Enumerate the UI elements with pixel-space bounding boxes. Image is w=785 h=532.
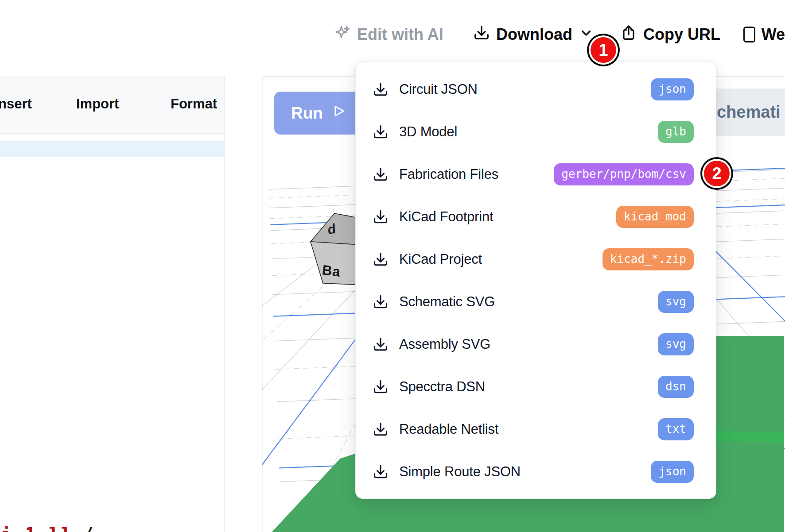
download-icon	[373, 379, 389, 395]
format-badge: svg	[658, 333, 694, 355]
share-icon	[620, 24, 637, 45]
download-icon	[473, 24, 490, 45]
copy-url-label: Copy URL	[643, 25, 720, 44]
edit-with-ai-label: Edit with AI	[357, 25, 443, 44]
format-badge: svg	[658, 291, 694, 313]
annotation-1-label: 1	[598, 41, 608, 60]
menubar-item-format[interactable]: Format	[171, 76, 217, 132]
annotation-circle-1: 1	[591, 37, 616, 63]
tab-schematic[interactable]: chemati	[711, 89, 785, 136]
format-badge: json	[651, 78, 694, 100]
chevron-down-icon	[579, 25, 594, 44]
download-label: Download	[496, 25, 572, 44]
format-badge: glb	[658, 121, 694, 143]
menu-item-simple-route-json[interactable]: Simple Route JSON json	[356, 451, 716, 493]
download-icon	[373, 81, 389, 97]
code-token-red: i 1 ll	[1, 524, 73, 532]
menu-item-label: Schematic SVG	[399, 294, 495, 310]
webview-label: We	[762, 25, 785, 44]
format-badge: kicad_mod	[616, 206, 694, 228]
menu-item-label: Assembly SVG	[399, 336, 490, 352]
app-root: Edit with AI Download Copy URL We nsert …	[0, 0, 785, 532]
menu-item-readable-netlist[interactable]: Readable Netlist txt	[356, 408, 716, 451]
menu-item-label: Specctra DSN	[399, 379, 485, 395]
menu-item-kicad-project[interactable]: KiCad Project kicad_*.zip	[356, 238, 716, 281]
format-badge: gerber/pnp/bom/csv	[554, 163, 694, 185]
format-badge: kicad_*.zip	[602, 248, 694, 270]
menu-item-kicad-footprint[interactable]: KiCad Footprint kicad_mod	[356, 196, 716, 238]
menu-item-label: KiCad Footprint	[399, 209, 493, 225]
menubar-item-insert[interactable]: nsert	[0, 76, 32, 132]
menu-item-label: Circuit JSON	[399, 81, 478, 97]
download-icon	[373, 124, 389, 140]
webview-toggle[interactable]: We	[743, 21, 785, 48]
menu-item-specctra-dsn[interactable]: Specctra DSN dsn	[356, 366, 716, 408]
download-icon	[373, 166, 389, 182]
menu-item-assembly-svg[interactable]: Assembly SVG svg	[356, 323, 716, 366]
editor-highlight-line	[0, 141, 224, 157]
pcb-board-edge-band	[715, 431, 784, 443]
run-button[interactable]: Run	[274, 92, 363, 135]
download-icon	[373, 336, 389, 352]
play-icon	[331, 104, 346, 123]
download-icon	[373, 421, 389, 437]
webview-checkbox[interactable]	[743, 27, 755, 42]
gizmo-front-label: Ba	[321, 262, 342, 280]
edit-with-ai-button[interactable]: Edit with AI	[333, 21, 443, 48]
download-icon	[373, 294, 389, 310]
format-badge: json	[651, 461, 694, 483]
menu-item-label: Readable Netlist	[399, 421, 498, 437]
menu-item-label: Simple Route JSON	[399, 464, 521, 480]
menu-item-fabrication-files[interactable]: Fabrication Files gerber/pnp/bom/csv	[356, 153, 716, 196]
menubar-item-import[interactable]: Import	[76, 76, 119, 132]
menu-item-label: Fabrication Files	[399, 166, 498, 182]
menu-item-circuit-json[interactable]: Circuit JSON json	[356, 68, 716, 111]
editor-menubar: nsert Import Format	[0, 76, 224, 134]
download-icon	[373, 251, 389, 267]
annotation-circle-2: 2	[704, 161, 730, 186]
sparkle-icon	[333, 24, 351, 46]
menu-item-schematic-svg[interactable]: Schematic SVG svg	[356, 281, 716, 323]
menu-item-label: 3D Model	[399, 124, 457, 140]
tab-schematic-label: chemati	[717, 103, 781, 122]
editor-code-fragment: i 1 ll/	[1, 524, 95, 532]
download-button[interactable]: Download	[473, 21, 594, 48]
code-token-slash: /	[83, 524, 95, 532]
download-icon	[373, 209, 389, 225]
copy-url-button[interactable]: Copy URL	[620, 21, 720, 48]
run-label: Run	[291, 104, 323, 123]
menu-item-3d-model[interactable]: 3D Model glb	[356, 111, 716, 153]
format-badge: txt	[658, 418, 694, 440]
download-icon	[373, 464, 389, 480]
code-editor[interactable]: i 1 ll/	[0, 134, 224, 532]
download-menu: Circuit JSON json 3D Model glb Fabricati…	[355, 62, 716, 499]
menu-item-label: KiCad Project	[399, 251, 482, 267]
format-badge: dsn	[658, 376, 694, 398]
annotation-2-label: 2	[712, 164, 721, 183]
